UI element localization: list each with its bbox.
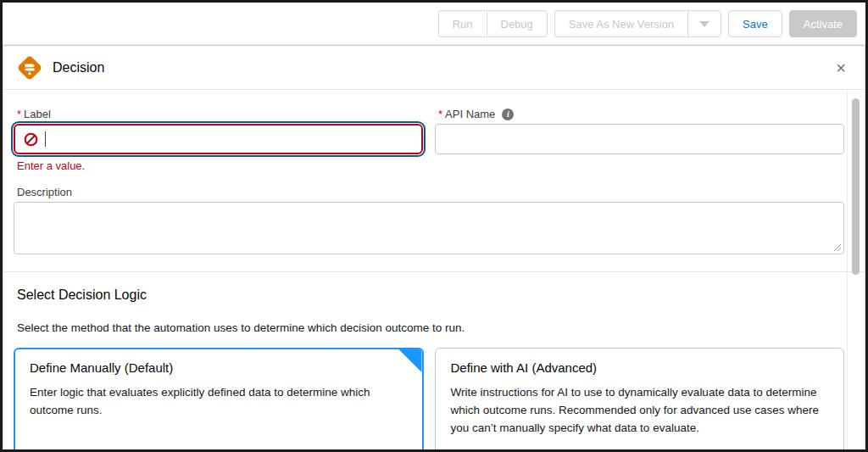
- error-prohibited-icon: [24, 132, 38, 147]
- label-input[interactable]: [14, 124, 423, 154]
- description-field-label: Description: [17, 186, 844, 198]
- option-card-description: Write instructions for AI to use to dyna…: [451, 384, 829, 438]
- required-asterisk: *: [17, 108, 21, 120]
- run-button[interactable]: Run: [438, 10, 487, 37]
- dialog-title: Decision: [53, 60, 104, 75]
- option-card-define-manually[interactable]: Define Manually (Default) Enter logic th…: [14, 348, 424, 449]
- app-window: Run Debug Save As New Version Save Activ…: [0, 0, 868, 452]
- required-asterisk: *: [438, 108, 442, 120]
- decision-logic-subtitle: Select the method that the automation us…: [17, 321, 844, 334]
- vertical-scrollbar[interactable]: [852, 98, 860, 275]
- chevron-down-icon: [699, 21, 709, 27]
- option-card-title: Define with AI (Advanced): [451, 360, 829, 375]
- decision-icon: [15, 53, 44, 82]
- save-as-new-version-button-group: Save As New Version: [554, 10, 721, 37]
- description-field-label-text: Description: [17, 186, 72, 198]
- description-field-group: Description: [14, 186, 844, 254]
- save-as-new-version-button[interactable]: Save As New Version: [554, 10, 687, 37]
- api-name-field-label-text: API Name: [445, 108, 495, 120]
- save-button[interactable]: Save: [728, 10, 782, 37]
- description-textarea-wrap: [14, 202, 844, 254]
- close-icon[interactable]: ×: [829, 56, 853, 80]
- info-icon[interactable]: i: [502, 109, 514, 120]
- run-debug-button-group: Run Debug: [438, 10, 548, 37]
- option-card-define-with-ai[interactable]: Define with AI (Advanced) Write instruct…: [435, 348, 845, 449]
- debug-button[interactable]: Debug: [487, 10, 548, 37]
- decision-logic-options: Define Manually (Default) Enter logic th…: [14, 348, 844, 449]
- section-divider: [3, 271, 865, 272]
- api-name-field-group: * API Name i: [435, 108, 844, 172]
- api-name-field-label: * API Name i: [438, 108, 844, 120]
- label-error-message: Enter a value.: [17, 159, 423, 172]
- label-field-label: * Label: [17, 108, 423, 120]
- dialog-header: Decision ×: [3, 46, 865, 90]
- name-fields-row: * Label Enter a value. *: [14, 108, 844, 172]
- scrollbar-track-divider: [847, 91, 848, 449]
- decision-dialog: Decision × * Label: [3, 45, 865, 449]
- text-cursor: [45, 131, 46, 147]
- save-as-new-version-dropdown-button[interactable]: [687, 10, 721, 37]
- flow-builder-toolbar: Run Debug Save As New Version Save Activ…: [3, 3, 865, 45]
- decision-logic-heading: Select Decision Logic: [17, 287, 844, 303]
- api-name-input[interactable]: [435, 124, 844, 154]
- label-field-label-text: Label: [24, 108, 51, 120]
- description-textarea[interactable]: [14, 202, 844, 254]
- option-card-title: Define Manually (Default): [30, 360, 408, 375]
- activate-button[interactable]: Activate: [789, 10, 857, 37]
- label-field-group: * Label Enter a value.: [14, 108, 423, 172]
- option-card-description: Enter logic that evaluates explicitly de…: [30, 384, 408, 420]
- dialog-body: * Label Enter a value. *: [3, 91, 865, 449]
